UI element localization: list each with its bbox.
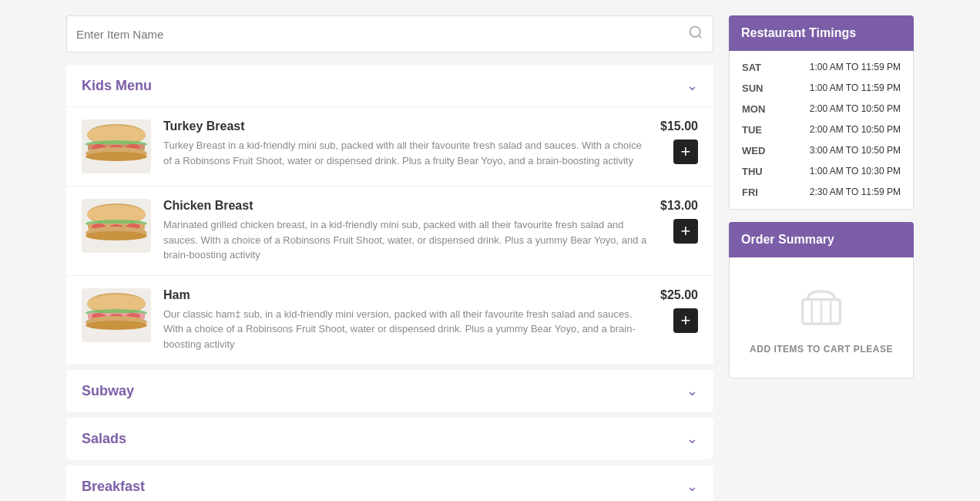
category-kids-menu: Kids Menu ⌄ bbox=[66, 65, 713, 364]
chevron-down-icon-subway: ⌄ bbox=[686, 382, 698, 399]
main-container: Kids Menu ⌄ bbox=[66, 15, 914, 501]
turkey-breast-price: $15.00 bbox=[660, 119, 698, 133]
timing-day-tue: TUE bbox=[742, 124, 770, 136]
search-icon bbox=[688, 25, 703, 44]
timing-day-fri: FRI bbox=[742, 187, 770, 198]
timing-row-sat: SAT 1:00 AM TO 11:59 PM bbox=[730, 57, 913, 78]
turkey-breast-image bbox=[82, 119, 151, 173]
timing-row-sun: SUN 1:00 AM TO 11:59 PM bbox=[730, 78, 913, 99]
add-ham-button[interactable]: + bbox=[673, 308, 698, 333]
restaurant-timings-section: Restaurant Timings SAT 1:00 AM TO 11:59 … bbox=[729, 15, 914, 210]
timing-hours-mon: 2:00 AM TO 10:50 PM bbox=[810, 103, 901, 115]
menu-item-turkey-breast: Turkey Breast Turkey Breast in a kid-fri… bbox=[66, 107, 713, 187]
category-salads-title: Salads bbox=[82, 431, 126, 447]
timing-day-sun: SUN bbox=[742, 82, 770, 94]
chevron-down-icon: ⌄ bbox=[686, 77, 698, 94]
search-box bbox=[66, 15, 713, 52]
chevron-down-icon-salads: ⌄ bbox=[686, 430, 698, 447]
category-salads-header[interactable]: Salads ⌄ bbox=[66, 418, 713, 459]
ham-desc: Our classic ham‡ sub, in a kid-friendly … bbox=[163, 307, 648, 352]
timing-day-mon: MON bbox=[742, 103, 770, 115]
turkey-breast-details: Turkey Breast Turkey Breast in a kid-fri… bbox=[163, 119, 648, 168]
ham-image bbox=[82, 288, 151, 342]
svg-line-1 bbox=[699, 35, 702, 38]
category-salads: Salads ⌄ bbox=[66, 418, 713, 459]
turkey-breast-price-action: $15.00 + bbox=[660, 119, 698, 164]
timing-row-thu: THU 1:00 AM TO 10:30 PM bbox=[730, 161, 913, 182]
add-chicken-breast-button[interactable]: + bbox=[673, 219, 698, 244]
chicken-breast-image bbox=[82, 199, 151, 253]
turkey-breast-name: Turkey Breast bbox=[163, 119, 648, 133]
chicken-breast-name: Chicken Breast bbox=[163, 199, 648, 213]
category-subway-title: Subway bbox=[82, 383, 134, 399]
timing-hours-thu: 1:00 AM TO 10:30 PM bbox=[810, 166, 901, 177]
cart-empty-container: ADD ITEMS TO CART PLEASE bbox=[750, 281, 893, 355]
order-summary-body: ADD ITEMS TO CART PLEASE bbox=[729, 257, 914, 378]
right-panel: Restaurant Timings SAT 1:00 AM TO 11:59 … bbox=[729, 15, 914, 501]
timing-day-wed: WED bbox=[742, 145, 770, 156]
menu-item-ham: Ham Our classic ham‡ sub, in a kid-frien… bbox=[66, 276, 713, 365]
svg-point-28 bbox=[86, 321, 147, 330]
category-subway: Subway ⌄ bbox=[66, 370, 713, 412]
turkey-breast-desc: Turkey Breast in a kid-friendly mini sub… bbox=[163, 138, 648, 168]
timing-hours-wed: 3:00 AM TO 10:50 PM bbox=[810, 145, 901, 156]
category-subway-header[interactable]: Subway ⌄ bbox=[66, 370, 713, 412]
timing-row-mon: MON 2:00 AM TO 10:50 PM bbox=[730, 99, 913, 119]
restaurant-timings-title: Restaurant Timings bbox=[741, 26, 856, 39]
svg-point-19 bbox=[86, 231, 147, 240]
chicken-breast-details: Chicken Breast Marinated grilled chicken… bbox=[163, 199, 648, 263]
timing-hours-sun: 1:00 AM TO 11:59 PM bbox=[810, 82, 901, 94]
restaurant-timings-body: SAT 1:00 AM TO 11:59 PM SUN 1:00 AM TO 1… bbox=[729, 51, 914, 210]
category-kids-menu-title: Kids Menu bbox=[82, 78, 152, 94]
ham-details: Ham Our classic ham‡ sub, in a kid-frien… bbox=[163, 288, 648, 352]
timing-hours-tue: 2:00 AM TO 10:50 PM bbox=[810, 124, 901, 136]
timing-row-tue: TUE 2:00 AM TO 10:50 PM bbox=[730, 119, 913, 140]
timing-hours-fri: 2:30 AM TO 11:59 PM bbox=[810, 187, 901, 198]
order-summary-section: Order Summary ADD ITEMS TO CAR bbox=[729, 222, 914, 378]
timing-day-sat: SAT bbox=[742, 62, 770, 73]
order-summary-title: Order Summary bbox=[741, 233, 834, 246]
timing-row-wed: WED 3:00 AM TO 10:50 PM bbox=[730, 140, 913, 161]
timing-day-thu: THU bbox=[742, 166, 770, 177]
svg-point-0 bbox=[690, 26, 700, 36]
left-panel: Kids Menu ⌄ bbox=[66, 15, 713, 501]
chicken-breast-desc: Marinated grilled chicken breast, in a k… bbox=[163, 217, 648, 263]
ham-name: Ham bbox=[163, 288, 648, 302]
restaurant-timings-header: Restaurant Timings bbox=[729, 15, 914, 51]
chevron-down-icon-breakfast: ⌄ bbox=[686, 478, 698, 495]
search-input[interactable] bbox=[76, 28, 688, 41]
add-turkey-breast-button[interactable]: + bbox=[673, 140, 698, 164]
chicken-breast-price: $13.00 bbox=[660, 199, 698, 213]
category-breakfast-header[interactable]: Breakfast ⌄ bbox=[66, 466, 713, 501]
category-kids-menu-header[interactable]: Kids Menu ⌄ bbox=[66, 65, 713, 107]
order-summary-header: Order Summary bbox=[729, 222, 914, 257]
timing-hours-sat: 1:00 AM TO 11:59 PM bbox=[810, 62, 901, 73]
menu-item-chicken-breast: Chicken Breast Marinated grilled chicken… bbox=[66, 187, 713, 276]
ham-price-action: $25.00 + bbox=[660, 288, 698, 333]
ham-price: $25.00 bbox=[660, 288, 698, 302]
category-breakfast-title: Breakfast bbox=[82, 479, 145, 495]
cart-icon bbox=[794, 281, 848, 335]
category-breakfast: Breakfast ⌄ bbox=[66, 466, 713, 501]
cart-empty-text: ADD ITEMS TO CART PLEASE bbox=[750, 344, 893, 355]
svg-point-10 bbox=[86, 152, 147, 161]
timing-row-fri: FRI 2:30 AM TO 11:59 PM bbox=[730, 182, 913, 203]
chicken-breast-price-action: $13.00 + bbox=[660, 199, 698, 244]
